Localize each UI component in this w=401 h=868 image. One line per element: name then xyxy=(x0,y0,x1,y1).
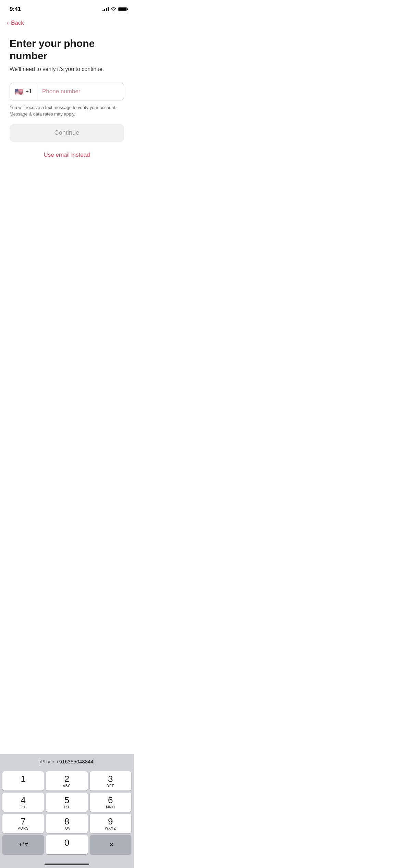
continue-button[interactable]: Continue xyxy=(10,124,124,142)
signal-bars-icon xyxy=(102,7,109,11)
main-content: Enter your phone number We'll need to ve… xyxy=(0,31,134,158)
phone-number-input[interactable] xyxy=(37,83,124,100)
status-bar: 9:41 xyxy=(0,0,134,16)
us-flag-icon: 🇺🇸 xyxy=(15,87,23,96)
nav-bar: ‹ Back xyxy=(0,16,134,31)
status-icons xyxy=(102,7,127,11)
phone-input-container: 🇺🇸 +1 xyxy=(10,83,124,100)
page-subtitle: We'll need to verify it's you to continu… xyxy=(10,65,124,73)
back-chevron-icon: ‹ xyxy=(7,19,9,26)
battery-icon xyxy=(118,7,127,11)
use-email-button[interactable]: Use email instead xyxy=(10,152,124,158)
country-selector[interactable]: 🇺🇸 +1 xyxy=(10,83,37,100)
back-label: Back xyxy=(11,20,24,26)
country-code: +1 xyxy=(25,88,32,95)
wifi-icon xyxy=(111,7,116,11)
page-title: Enter your phone number xyxy=(10,37,124,62)
back-button[interactable]: ‹ Back xyxy=(7,19,24,26)
status-time: 9:41 xyxy=(10,6,21,13)
helper-text: You will receive a text message to verif… xyxy=(10,105,124,117)
